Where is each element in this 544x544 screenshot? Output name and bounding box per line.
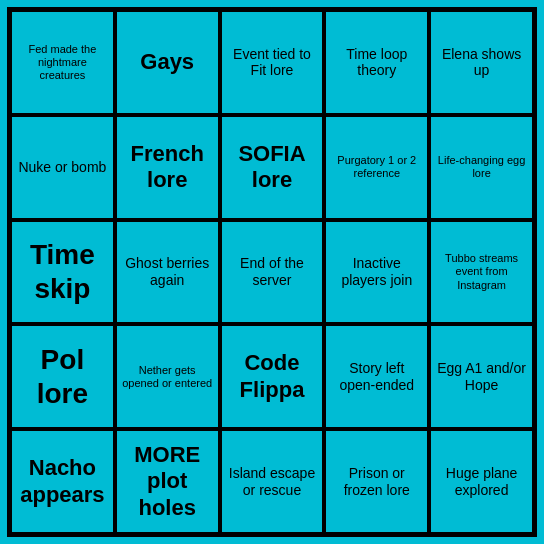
bingo-cell-5: Nuke or bomb <box>10 115 115 220</box>
bingo-cell-12: End of the server <box>220 220 325 325</box>
bingo-cell-17: Code Flippa <box>220 324 325 429</box>
bingo-cell-21: MORE plot holes <box>115 429 220 534</box>
bingo-cell-24: Huge plane explored <box>429 429 534 534</box>
bingo-cell-11: Ghost berries again <box>115 220 220 325</box>
bingo-cell-15: Pol lore <box>10 324 115 429</box>
bingo-cell-0: Fed made the nightmare creatures <box>10 10 115 115</box>
bingo-cell-1: Gays <box>115 10 220 115</box>
bingo-cell-14: Tubbo streams event from Instagram <box>429 220 534 325</box>
bingo-cell-18: Story left open-ended <box>324 324 429 429</box>
bingo-cell-20: Nacho appears <box>10 429 115 534</box>
bingo-cell-10: Time skip <box>10 220 115 325</box>
bingo-cell-2: Event tied to Fit lore <box>220 10 325 115</box>
bingo-cell-16: Nether gets opened or entered <box>115 324 220 429</box>
bingo-cell-8: Purgatory 1 or 2 reference <box>324 115 429 220</box>
bingo-cell-6: French lore <box>115 115 220 220</box>
bingo-cell-3: Time loop theory <box>324 10 429 115</box>
bingo-cell-9: Life-changing egg lore <box>429 115 534 220</box>
bingo-cell-13: Inactive players join <box>324 220 429 325</box>
bingo-cell-22: Island escape or rescue <box>220 429 325 534</box>
bingo-cell-19: Egg A1 and/or Hope <box>429 324 534 429</box>
bingo-board: Fed made the nightmare creaturesGaysEven… <box>7 7 537 537</box>
bingo-cell-4: Elena shows up <box>429 10 534 115</box>
bingo-cell-7: SOFIA lore <box>220 115 325 220</box>
bingo-cell-23: Prison or frozen lore <box>324 429 429 534</box>
